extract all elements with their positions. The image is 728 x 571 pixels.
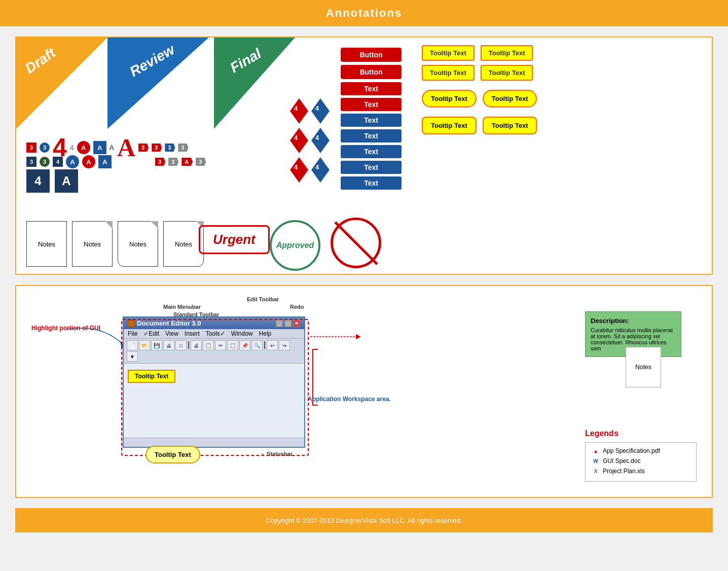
toolbar-btn-9[interactable]: 📋	[227, 340, 238, 350]
legends-box: Legends ▲ App Specification.pdf W GUI Sp…	[585, 429, 697, 482]
tooltip-speech-1: Tooltip Text	[422, 117, 477, 134]
main-menubar-label: Main Menubar	[163, 304, 201, 310]
window-statusbar	[124, 438, 304, 447]
no-symbol	[331, 218, 381, 268]
window-menubar: File ✓Edit View Insert Tools✓ Window Hel…	[124, 329, 304, 339]
toolbar-btn-5[interactable]: □	[175, 340, 187, 350]
legends-title: Legends	[585, 429, 697, 438]
note-2-label: Notes	[84, 240, 101, 248]
toolbar-btn-2[interactable]: 📂	[139, 340, 150, 350]
redo-text: Redo	[290, 304, 304, 310]
badge-dark-4: 4	[53, 157, 63, 167]
mock-window: Document Editor 3.0 _ □ ✕ File ✓Edit Vie…	[123, 316, 305, 448]
text-item-5: Text	[341, 145, 402, 158]
legend-item-1: ▲ App Specification.pdf	[592, 447, 690, 455]
window-body	[124, 387, 304, 438]
description-title: Description:	[591, 317, 676, 325]
toolbar-btn-4[interactable]: 🖨	[163, 340, 174, 350]
num-annotations-row2: 3 3 4 A A A 3 3 A 3	[26, 155, 206, 168]
urgent-stamp: Urgent	[199, 225, 270, 254]
badge-dark-3: 3	[26, 157, 37, 167]
callout-curve-arrow	[42, 319, 133, 365]
arrow-grey-3-r2-2: 3	[196, 158, 206, 166]
toolbar-btn-10[interactable]: 📌	[239, 340, 250, 350]
diamonds-area: 4 4 4 4	[290, 98, 330, 183]
main-content: Draft Review Final Button Button Text Te…	[0, 26, 728, 543]
toolbar-btn-8[interactable]: ✂	[215, 340, 226, 350]
toolbar-divider2: |	[264, 340, 266, 350]
square-blue-a-1: A	[93, 141, 106, 154]
box-num-4-dark: 4	[26, 169, 50, 193]
main-menubar-text: Main Menubar	[163, 304, 201, 310]
legend-label-2: GUI Spec.doc	[603, 457, 641, 465]
arrow-grey-3-1: 3	[178, 144, 188, 152]
arrow-red-3-1: 3	[138, 144, 149, 152]
toolbar-btn-3[interactable]: 💾	[151, 340, 162, 350]
toolbar-divider: |	[188, 340, 190, 350]
circle-blue-a-1: A	[66, 155, 79, 168]
arrow-red-3-2: 3	[152, 144, 162, 152]
page-footer: Copyright © 2007-2013 DesignerVista Soft…	[15, 508, 713, 532]
statusbar-text: Statusbar	[267, 451, 293, 457]
svg-marker-1	[356, 334, 361, 339]
toolbar-btn-undo[interactable]: ↩	[267, 340, 278, 350]
note-1: Notes	[26, 221, 67, 267]
diamond-blue-4-3: 4	[311, 157, 330, 183]
legend-icon-xls: X	[592, 467, 600, 475]
box-a-dark: A	[55, 169, 78, 193]
legends-inner: ▲ App Specification.pdf W GUI Spec.doc X…	[585, 442, 697, 482]
legend-item-2: W GUI Spec.doc	[592, 457, 690, 465]
tooltip-rect-4: Tooltip Text	[481, 65, 533, 81]
text-item-1: Text	[341, 82, 402, 95]
tooltip-speech-2: Tooltip Text	[483, 117, 537, 134]
statusbar-label: → Statusbar	[260, 451, 293, 457]
text-item-4: Text	[341, 129, 402, 142]
window-controls[interactable]: _ □ ✕	[276, 320, 300, 327]
desc-arrow-svg	[308, 327, 369, 347]
menu-tools[interactable]: Tools✓	[206, 330, 225, 337]
bottom-tooltip: Tooltip Text	[145, 446, 200, 463]
window-content-area: Tooltip Text	[124, 364, 304, 387]
menu-view[interactable]: View	[165, 330, 178, 337]
menu-file[interactable]: File	[128, 330, 137, 337]
maximize-btn[interactable]: □	[284, 320, 292, 327]
window-title: Document Editor 3.0	[137, 319, 201, 327]
menu-window[interactable]: Window	[231, 330, 253, 337]
text-item-2: Text	[341, 98, 402, 111]
note-3-label: Notes	[129, 240, 147, 248]
diamond-blue-4-1: 4	[311, 98, 330, 124]
note-2: Notes	[72, 221, 113, 267]
note-4-label: Notes	[175, 240, 192, 248]
toolbar-btn-11[interactable]: 🔍	[251, 340, 263, 350]
badge-red-3-1: 3	[26, 142, 37, 153]
arrow-red-3-r2-1: 3	[155, 158, 165, 166]
menu-help[interactable]: Help	[259, 330, 272, 337]
edit-toolbar-text: Edit Toolbar	[247, 296, 279, 302]
tooltip-rect-1: Tooltip Text	[422, 45, 475, 61]
toolbar-btn-1[interactable]: 📄	[127, 340, 138, 350]
diamond-red-4-2: 4	[290, 128, 308, 153]
approved-stamp: Approved	[270, 220, 320, 271]
toolbar-btn-7[interactable]: 📋	[203, 340, 214, 350]
menu-insert[interactable]: Insert	[185, 330, 200, 337]
note-1-label: Notes	[38, 240, 55, 248]
notes-box: Notes	[626, 347, 661, 387]
toolbar-btn-6[interactable]: 🖨	[191, 340, 202, 350]
toolbar-btn-redo[interactable]: ↪	[279, 340, 290, 350]
tooltip-bubble-1: Tooltip Text	[422, 90, 477, 108]
legend-label-1: App Specification.pdf	[603, 447, 660, 454]
urgent-stamp-text: Urgent	[213, 232, 256, 247]
minimize-btn[interactable]: _	[276, 320, 283, 327]
badge-green-3: 3	[40, 157, 50, 167]
note-4: Notes	[163, 221, 204, 267]
legend-label-3: Project Plan.xls	[603, 468, 645, 475]
button1[interactable]: Button	[341, 48, 402, 62]
menu-edit[interactable]: ✓Edit	[143, 330, 159, 337]
text-item-3: Text	[341, 114, 402, 127]
close-btn[interactable]: ✕	[293, 320, 300, 327]
button2[interactable]: Button	[341, 65, 402, 79]
diamond-red-4-3: 4	[290, 157, 308, 183]
toolbar-btn-12[interactable]: ▼	[127, 351, 138, 362]
arrow-red-a-r2: A	[181, 158, 193, 166]
text-item-6: Text	[341, 161, 402, 174]
